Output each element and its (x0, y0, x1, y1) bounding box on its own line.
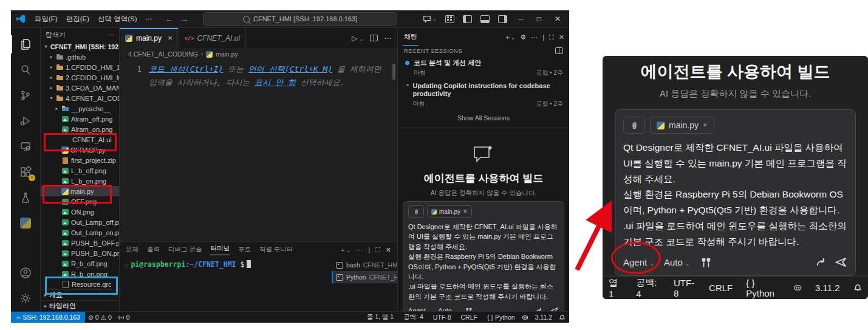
panel-tab-serial-monitor[interactable]: 직렬 모니터 (259, 246, 293, 254)
tree-item[interactable]: Alram_on.png (41, 124, 119, 134)
menu-edit[interactable]: 편집(E) (62, 15, 94, 24)
panel-tab-terminal[interactable]: 터미널 (210, 244, 230, 255)
tree-item[interactable]: L_b_on.png (41, 176, 119, 186)
copilot-chat-icon[interactable]: ⌄ (423, 15, 437, 23)
chat-tab-title[interactable]: 채팅 (403, 29, 419, 46)
terminal-list-item[interactable]: bashCFNET_HMI (332, 259, 397, 271)
tree-item[interactable]: PUSH_B_OFF.png (41, 238, 119, 248)
chat-maximize-icon[interactable]: ⛶ (549, 33, 554, 41)
chat-more-icon[interactable]: ⋯ (531, 33, 538, 41)
terminal-output[interactable]: ○ pi@raspberrpi:~/CFNET_HMI $ (120, 258, 332, 311)
minimize-button[interactable]: ─ (516, 15, 526, 23)
sidebar-section-timeline[interactable]: ▸타임라인 (41, 300, 119, 311)
copilot-icon[interactable] (793, 283, 802, 293)
tab-cfnet-ai-ui[interactable]: </> CFNET_AI.ui (179, 28, 246, 48)
indentation-status[interactable]: 공백: 4 (636, 277, 660, 299)
panel-more-icon[interactable]: ⋯ (356, 246, 363, 254)
tree-item[interactable]: R_b_on.png (41, 269, 119, 279)
tree-item[interactable]: ▸.github (41, 52, 119, 62)
tree-item[interactable]: OFF.png (41, 196, 119, 207)
panel-tab-problems[interactable]: 문제 (126, 246, 138, 254)
eol-status[interactable]: CRLF (458, 314, 480, 321)
chat-input-box[interactable]: main.py ✕ Qt Designer로 제작한 CFNET_AI.ui 파… (403, 201, 564, 319)
language-mode[interactable]: { } Python (746, 278, 779, 298)
remove-attachment-icon[interactable]: ✕ (463, 208, 468, 215)
attach-context-button[interactable] (408, 205, 424, 218)
send-icon[interactable] (835, 256, 847, 269)
copilot-icon[interactable] (522, 314, 528, 321)
problems-status[interactable]: ⊘0 ⚠0 (85, 314, 115, 321)
sidebar-item-explorer[interactable] (11, 32, 40, 57)
sidebar-item-search[interactable] (11, 57, 40, 83)
sidebar-item-testing[interactable] (11, 185, 40, 210)
tree-item[interactable]: main.py (41, 186, 119, 196)
customize-layout-icon[interactable] (445, 15, 454, 23)
menu-selection[interactable]: 선택 영역(S) (94, 15, 142, 24)
panel-close-icon[interactable]: ✕ (386, 246, 391, 254)
nav-forward-icon[interactable]: → (180, 15, 188, 24)
bell-icon[interactable] (559, 314, 566, 321)
tree-item[interactable]: ▸1.CFDIDO_HMI_1P... (41, 62, 119, 72)
sidebar-item-extensions[interactable]: ! (11, 159, 40, 185)
panel-tab-output[interactable]: 출력 (147, 246, 160, 254)
inset-chat-input-box[interactable]: main.py ✕ Qt Designer로 제작한 CFNET_AI.ui 파… (615, 109, 856, 276)
chat-settings-icon[interactable]: ⚙ (520, 33, 526, 41)
inset-message-text[interactable]: Qt Designer로 제작한 CFNET_AI.ui 파일을 사용하여 UI… (623, 140, 847, 250)
tools-icon[interactable] (700, 256, 713, 269)
chat-session-item[interactable]: Updating Copilot instructions for codeba… (398, 78, 569, 109)
tree-item[interactable]: Resource.qrc (41, 279, 119, 289)
tree-item[interactable]: Out_Lamp_on.png (41, 227, 119, 238)
panel-tab-debug-console[interactable]: 디버그 콘솔 (168, 246, 202, 254)
command-center-search[interactable]: CFNET_HMI [SSH: 192.168.0.163] (203, 12, 397, 26)
language-mode[interactable]: { } Python (484, 314, 518, 321)
split-editor-icon[interactable] (370, 35, 378, 41)
accounts-button[interactable] (11, 260, 40, 286)
tree-item[interactable]: first_project.zip (41, 155, 119, 165)
sidebar-section-outline[interactable]: ▸개요 (41, 289, 119, 300)
chat-message-text[interactable]: Qt Designer로 제작한 CFNET_AI.ui 파일을 사용하여 UI… (408, 222, 559, 301)
tree-item[interactable]: ▸3.CFDA_DA_MAN... (41, 83, 119, 93)
panel-maximize-icon[interactable]: ⛶ (375, 246, 380, 254)
tree-item[interactable]: ▸2.CFDIDO_HMI_M... (41, 72, 119, 83)
toggle-sidebar-icon[interactable] (463, 15, 472, 23)
settings-button[interactable] (11, 286, 40, 311)
panel-tab-ports[interactable]: 포트 (238, 246, 251, 254)
encoding-status[interactable]: UTF-8 (674, 278, 695, 298)
tree-item[interactable]: ON.png (41, 207, 119, 217)
tree-item[interactable]: ▸__pycache__ (41, 103, 119, 114)
attachment-chip[interactable]: main.py ✕ (427, 205, 472, 218)
python-version[interactable]: 3.11.2 (815, 283, 840, 293)
close-button[interactable]: ✕ (552, 15, 563, 23)
sidebar-item-python[interactable] (11, 210, 40, 236)
ghost-link[interactable]: 코드 생성(Ctrl+I) (149, 64, 223, 74)
tree-item[interactable]: CFRASP.py (41, 145, 119, 155)
eol-status[interactable]: CRLF (709, 283, 733, 293)
redo-arrow-icon[interactable] (815, 256, 827, 269)
encoding-status[interactable]: UTF-8 (430, 314, 454, 321)
code-editor[interactable]: 1 코드 생성(Ctrl+I) 또는 언어 선택(Ctrl+K M) 을 제하려… (120, 60, 397, 241)
tree-item[interactable]: ▾4.CFNET_AI_CODD... (41, 93, 119, 103)
toggle-panel-icon[interactable] (480, 15, 490, 23)
ghost-link[interactable]: 표시 안 함 (255, 78, 296, 87)
tree-item[interactable]: L_b_off.png (41, 165, 119, 176)
indentation-status[interactable]: 공백: 4 (400, 313, 426, 321)
sidebar-item-run-debug[interactable] (11, 108, 40, 134)
remove-attachment-icon[interactable]: ✕ (703, 122, 708, 128)
toggle-secondary-sidebar-icon[interactable] (498, 15, 507, 23)
tab-close-icon[interactable]: ✕ (168, 35, 173, 41)
cursor-position[interactable]: 줄 1, 열 1 (364, 313, 397, 321)
python-version[interactable]: 3.11.2 (532, 314, 555, 321)
new-terminal-button[interactable]: ＋⌄ (340, 246, 351, 255)
tree-item[interactable]: CFNET_AI.ui (41, 134, 119, 145)
tree-item[interactable]: Alram_off.png (41, 114, 119, 124)
sidebar-item-remote-explorer[interactable] (11, 134, 40, 159)
maximize-button[interactable]: □ (535, 15, 544, 23)
menu-more-icon[interactable]: ⋯ (142, 15, 157, 23)
sidebar-item-source-control[interactable] (11, 83, 40, 108)
mode-picker[interactable]: Agent ⌄ (623, 257, 654, 267)
open-sessions-editor-icon[interactable] (555, 47, 563, 54)
ghost-link[interactable]: 언어 선택(Ctrl+K M) (248, 64, 332, 74)
show-all-sessions-link[interactable]: Show All Sessions (398, 109, 569, 125)
explorer-more-icon[interactable]: ⋯ (108, 31, 114, 39)
tree-item[interactable]: R_b_off.png (41, 258, 119, 269)
